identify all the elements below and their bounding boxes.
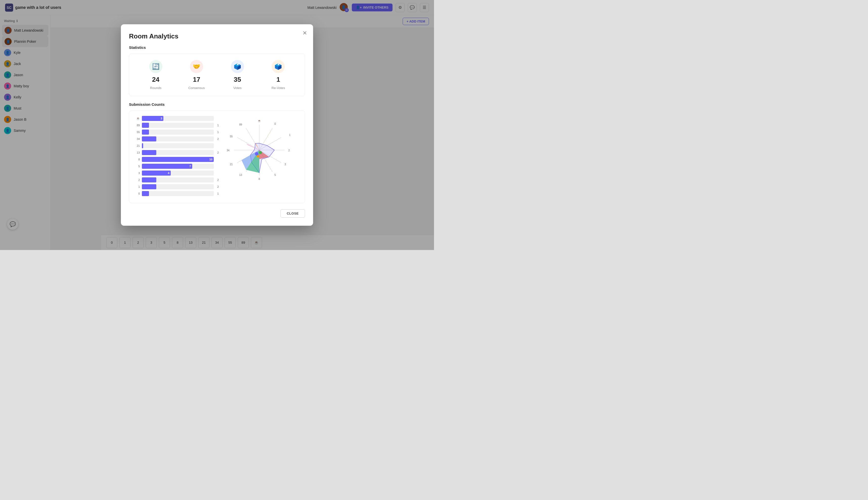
svg-text:89: 89 bbox=[239, 123, 242, 126]
bar-fill: 3 bbox=[142, 116, 163, 121]
stat-icon: 🗳️ bbox=[231, 60, 244, 73]
modal-overlay: Room Analytics ✕ Statistics 🔄 24 Rounds … bbox=[0, 0, 434, 250]
stat-value: 35 bbox=[234, 76, 241, 83]
bar-row: 13 2 bbox=[134, 150, 214, 155]
bar-label: 21 bbox=[134, 144, 140, 147]
bar-value: 3 bbox=[161, 117, 162, 120]
bar-track bbox=[142, 143, 214, 148]
svg-text:5: 5 bbox=[275, 173, 276, 177]
svg-text:13: 13 bbox=[239, 173, 242, 177]
svg-text:0: 0 bbox=[275, 123, 276, 125]
svg-text:☕: ☕ bbox=[258, 119, 261, 123]
bar-row: ☕ 3 bbox=[134, 116, 214, 121]
bar-track: 2 bbox=[142, 178, 214, 182]
bar-label: 0 bbox=[134, 192, 140, 195]
bar-label: 3 bbox=[134, 172, 140, 174]
bar-label: 34 bbox=[134, 137, 140, 140]
bar-row: 34 2 bbox=[134, 136, 214, 141]
bar-row: 3 4 bbox=[134, 171, 214, 175]
stat-card: 🗳️ 1 Re-Votes bbox=[258, 60, 299, 90]
bar-fill bbox=[142, 129, 149, 135]
bar-track: 1 bbox=[142, 191, 214, 196]
bar-track: 4 bbox=[142, 171, 214, 175]
bar-track: 1 bbox=[142, 129, 214, 135]
bar-label: 5 bbox=[134, 165, 140, 168]
bar-row: 21 bbox=[134, 143, 214, 148]
stat-icon: 🔄 bbox=[149, 60, 162, 73]
svg-text:3: 3 bbox=[285, 163, 286, 166]
bar-track: 7 bbox=[142, 164, 214, 169]
svg-point-19 bbox=[255, 152, 258, 156]
bar-label: 1 bbox=[134, 185, 140, 188]
stat-value: 24 bbox=[152, 76, 159, 83]
bar-track: 2 bbox=[142, 184, 214, 189]
bar-row: 1 2 bbox=[134, 184, 214, 189]
stat-card: 🔄 24 Rounds bbox=[135, 60, 176, 90]
bar-fill bbox=[142, 178, 156, 182]
bar-track: 2 bbox=[142, 150, 214, 155]
radar-svg: ☕ 0 1 2 3 5 8 13 21 34 55 89 bbox=[219, 116, 300, 182]
bar-label: 89 bbox=[134, 124, 140, 127]
bar-label: 13 bbox=[134, 151, 140, 154]
bar-fill bbox=[142, 136, 156, 141]
bar-fill bbox=[142, 150, 156, 155]
bar-track: 3 bbox=[142, 116, 214, 121]
modal-close-button[interactable]: ✕ bbox=[302, 30, 307, 36]
modal-title: Room Analytics bbox=[129, 32, 305, 40]
bar-fill bbox=[142, 184, 156, 189]
stat-card: 🗳️ 35 Votes bbox=[217, 60, 258, 90]
bar-label: 55 bbox=[134, 130, 140, 134]
bar-value: 4 bbox=[168, 172, 169, 174]
stat-label: Votes bbox=[233, 86, 242, 90]
stat-card: 🤝 17 Consensus bbox=[176, 60, 217, 90]
bar-row: 0 1 bbox=[134, 191, 214, 196]
bar-row: 8 10 bbox=[134, 157, 214, 162]
bar-value: 7 bbox=[189, 165, 191, 168]
submission-section-title: Submission Counts bbox=[129, 102, 305, 106]
bar-row: 89 1 bbox=[134, 123, 214, 128]
bar-fill: 7 bbox=[142, 164, 192, 169]
bar-value: 10 bbox=[209, 158, 212, 161]
bar-fill bbox=[142, 191, 149, 196]
stat-value: 1 bbox=[276, 76, 280, 83]
svg-text:2: 2 bbox=[288, 149, 290, 152]
bar-row: 5 7 bbox=[134, 164, 214, 169]
svg-point-21 bbox=[257, 155, 259, 158]
svg-text:55: 55 bbox=[230, 135, 233, 138]
stat-label: Consensus bbox=[188, 86, 205, 90]
bar-track: 1 bbox=[142, 123, 214, 128]
radar-chart: ☕ 0 1 2 3 5 8 13 21 34 55 89 bbox=[219, 116, 300, 198]
stat-icon: 🤝 bbox=[190, 60, 203, 73]
bar-label: 2 bbox=[134, 178, 140, 181]
svg-text:21: 21 bbox=[230, 163, 233, 166]
bar-label: ☕ bbox=[134, 117, 140, 120]
bar-fill bbox=[142, 123, 149, 128]
analytics-modal: Room Analytics ✕ Statistics 🔄 24 Rounds … bbox=[121, 24, 313, 226]
stat-value: 17 bbox=[193, 76, 200, 83]
close-modal-button[interactable]: CLOSE bbox=[280, 209, 305, 218]
stat-icon: 🗳️ bbox=[271, 60, 285, 73]
bar-fill bbox=[142, 143, 143, 148]
bar-track: 2 bbox=[142, 136, 214, 141]
statistics-section-title: Statistics bbox=[129, 45, 305, 49]
bar-chart: ☕ 3 89 1 55 1 bbox=[134, 116, 214, 198]
svg-text:1: 1 bbox=[289, 134, 291, 136]
svg-point-20 bbox=[259, 151, 262, 154]
bar-fill: 4 bbox=[142, 171, 171, 175]
bar-track: 10 bbox=[142, 157, 214, 162]
bar-label: 8 bbox=[134, 158, 140, 161]
modal-footer: CLOSE bbox=[129, 209, 305, 218]
statistics-section: 🔄 24 Rounds 🤝 17 Consensus 🗳️ 35 Votes 🗳… bbox=[129, 54, 305, 96]
stat-label: Re-Votes bbox=[271, 86, 285, 90]
bar-fill: 10 bbox=[142, 157, 214, 162]
submission-inner: ☕ 3 89 1 55 1 bbox=[134, 116, 300, 198]
svg-text:8: 8 bbox=[258, 178, 260, 180]
bar-row: 2 2 bbox=[134, 178, 214, 182]
submission-section: ☕ 3 89 1 55 1 bbox=[129, 111, 305, 203]
stat-label: Rounds bbox=[150, 86, 161, 90]
bar-row: 55 1 bbox=[134, 129, 214, 135]
svg-text:34: 34 bbox=[227, 149, 230, 152]
